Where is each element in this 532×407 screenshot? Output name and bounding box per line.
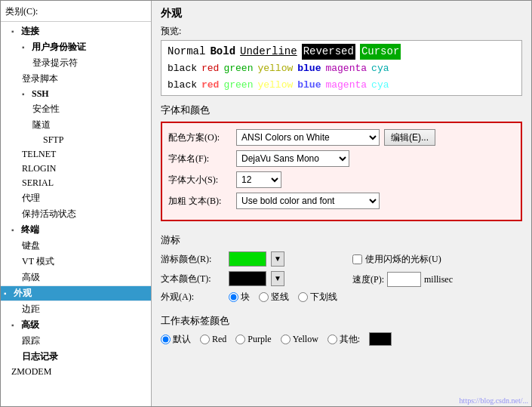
preview-underline: Underline: [240, 44, 297, 60]
color-scheme-select[interactable]: ANSI Colors on WhiteANSI Colors on Black…: [236, 129, 380, 146]
text-color-label: 文本颜色(T):: [161, 273, 229, 285]
main-container: 类别(C): ▪ 连接 ▪ 用户身份验证 登录提示符 登录脚本 ▪ SSH: [0, 0, 532, 407]
sidebar-item-security[interactable]: 安全性: [1, 101, 151, 117]
tab-color-yellow[interactable]: Yellow: [281, 334, 318, 345]
appearance-underline-label: 下划线: [310, 291, 337, 304]
text-color-row: 文本颜色(T): ▼: [161, 271, 337, 286]
cursor-section: 游标 游标颜色(R): ▼ 文本颜色(T):: [161, 233, 522, 308]
page-title: 外观: [161, 7, 522, 20]
appearance-block[interactable]: 块: [229, 291, 250, 304]
speed-row: 速度(P): millisec: [352, 272, 453, 287]
preview-box: Normal Bold Underline Reversed Cursor bl…: [161, 40, 522, 96]
tab-colors-title: 工作表标签颜色: [161, 314, 522, 328]
sidebar-item-advanced2[interactable]: ▪ 高级: [1, 317, 151, 333]
font-size-select[interactable]: 89101112141618: [236, 171, 281, 188]
tab-color-other-swatch[interactable]: [369, 332, 392, 346]
tab-color-yellow-label: Yellow: [293, 334, 318, 345]
sidebar-item-tunnel[interactable]: 隧道: [1, 117, 151, 133]
sidebar-item-trace[interactable]: 跟踪: [1, 333, 151, 349]
blink-checkbox[interactable]: [352, 254, 362, 264]
tab-color-purple[interactable]: Purple: [235, 334, 271, 345]
font-size-label: 字体大小(S):: [168, 174, 236, 187]
appearance-block-radio[interactable]: [229, 292, 238, 302]
text-color-controls: ▼: [229, 271, 337, 286]
text-color-dropdown[interactable]: ▼: [271, 271, 284, 286]
sidebar-item-terminal[interactable]: ▪ 终端: [1, 222, 151, 238]
tab-color-default-label: 默认: [173, 333, 191, 346]
speed-input[interactable]: [387, 272, 421, 287]
appearance-underline-radio[interactable]: [298, 292, 308, 302]
preview-line1: Normal Bold Underline Reversed Cursor: [168, 44, 515, 60]
cursor-title: 游标: [161, 233, 522, 247]
sidebar-item-connection[interactable]: ▪ 连接: [1, 23, 151, 39]
sidebar-item-vt-mode[interactable]: VT 模式: [1, 254, 151, 270]
sidebar-item-zmodem[interactable]: ZMODEM: [1, 365, 151, 379]
cursor-color-row: 游标颜色(R): ▼: [161, 251, 337, 267]
sidebar-item-advanced[interactable]: 高级: [1, 270, 151, 285]
bold-text-select[interactable]: Use bold color and fontUse bold fontUse …: [236, 193, 380, 209]
bold-text-label: 加粗 文本(B):: [168, 195, 236, 208]
font-name-label: 字体名(F):: [168, 153, 236, 165]
tab-color-yellow-radio[interactable]: [281, 335, 291, 344]
sidebar-item-login-script[interactable]: 登录脚本: [1, 71, 151, 87]
tab-color-purple-radio[interactable]: [235, 335, 245, 344]
sidebar-item-keyboard[interactable]: 键盘: [1, 238, 151, 254]
font-name-select[interactable]: DejaVu Sans Mono: [236, 150, 349, 167]
sidebar-item-logging[interactable]: 日志记录: [1, 349, 151, 365]
tab-color-red-label: Red: [212, 334, 226, 345]
appearance-vline-label: 竖线: [271, 291, 289, 304]
sidebar-item-proxy[interactable]: 代理: [1, 190, 151, 206]
sidebar-item-rlogin[interactable]: RLOGIN: [1, 162, 151, 176]
sidebar-item-border[interactable]: 边距: [1, 301, 151, 317]
tab-color-default-radio[interactable]: [161, 335, 171, 344]
bold-text-row: 加粗 文本(B): Use bold color and fontUse bol…: [168, 193, 515, 209]
tab-color-other-radio[interactable]: [328, 335, 337, 344]
font-name-row: 字体名(F): DejaVu Sans Mono: [168, 150, 515, 167]
preview-line2: black red green yellow blue magenta cya: [168, 61, 515, 76]
font-size-row: 字体大小(S): 89101112141618: [168, 171, 515, 188]
appearance-underline[interactable]: 下划线: [298, 291, 337, 304]
color-scheme-label: 配色方案(O):: [168, 131, 236, 144]
appearance-vline-radio[interactable]: [259, 292, 269, 302]
preview-reversed: Reversed: [302, 44, 355, 60]
cursor-color-dropdown[interactable]: ▼: [271, 251, 284, 267]
sidebar-item-ssh[interactable]: ▪ SSH: [1, 87, 151, 101]
sidebar-header: 类别(C):: [1, 4, 151, 22]
cursor-color-swatch[interactable]: [229, 251, 266, 267]
tab-color-other[interactable]: 其他:: [328, 333, 360, 346]
font-name-controls: DejaVu Sans Mono: [236, 150, 515, 167]
sidebar-item-appearance[interactable]: ▪ 外观: [1, 285, 151, 301]
sidebar: 类别(C): ▪ 连接 ▪ 用户身份验证 登录提示符 登录脚本 ▪ SSH: [1, 1, 152, 406]
font-color-title: 字体和颜色: [161, 103, 522, 117]
cursor-right-col: 使用闪烁的光标(U) 速度(P): millisec: [352, 251, 453, 287]
tab-colors-section: 工作表标签颜色 默认 Red Purple Yellow: [161, 314, 522, 346]
cursor-left-col: 游标颜色(R): ▼ 文本颜色(T): ▼: [161, 251, 337, 308]
preview-label: 预览:: [161, 25, 522, 38]
sidebar-item-login-prompt[interactable]: 登录提示符: [1, 55, 151, 71]
sidebar-item-telnet[interactable]: TELNET: [1, 147, 151, 162]
blink-label: 使用闪烁的光标(U): [365, 253, 441, 266]
sidebar-item-sftp[interactable]: SFTP: [1, 133, 151, 147]
bold-text-controls: Use bold color and fontUse bold fontUse …: [236, 193, 515, 209]
sidebar-item-serial[interactable]: SERIAL: [1, 176, 151, 190]
sidebar-item-keepalive[interactable]: 保持活动状态: [1, 206, 151, 222]
sidebar-item-auth[interactable]: ▪ 用户身份验证: [1, 39, 151, 55]
font-color-section: 字体和颜色 ➜ 配色方案(O): ANSI Colors on WhiteANS…: [161, 103, 522, 227]
cursor-appearance-label: 外观(A):: [161, 291, 229, 304]
cursor-color-controls: ▼: [229, 251, 337, 267]
blink-row: 使用闪烁的光标(U): [352, 253, 453, 266]
cursor-appearance-row: 外观(A): 块 竖线 下: [161, 291, 337, 304]
text-color-swatch[interactable]: [229, 271, 266, 286]
preview-cursor: Cursor: [360, 44, 401, 60]
preview-line3: black red green yellow blue magenta cya: [168, 78, 515, 93]
tab-color-red-radio[interactable]: [200, 335, 210, 344]
edit-button[interactable]: 编辑(E)...: [384, 129, 435, 146]
cursor-rows: 游标颜色(R): ▼ 文本颜色(T): ▼: [161, 251, 522, 308]
cursor-appearance-options: 块 竖线 下划线: [229, 291, 337, 304]
appearance-vline[interactable]: 竖线: [259, 291, 289, 304]
watermark: https://blog.csdn.net/...: [460, 396, 528, 405]
tab-color-default[interactable]: 默认: [161, 333, 191, 346]
color-scheme-row: 配色方案(O): ANSI Colors on WhiteANSI Colors…: [168, 129, 515, 146]
tab-color-red[interactable]: Red: [200, 334, 226, 345]
cursor-color-label: 游标颜色(R):: [161, 253, 229, 266]
